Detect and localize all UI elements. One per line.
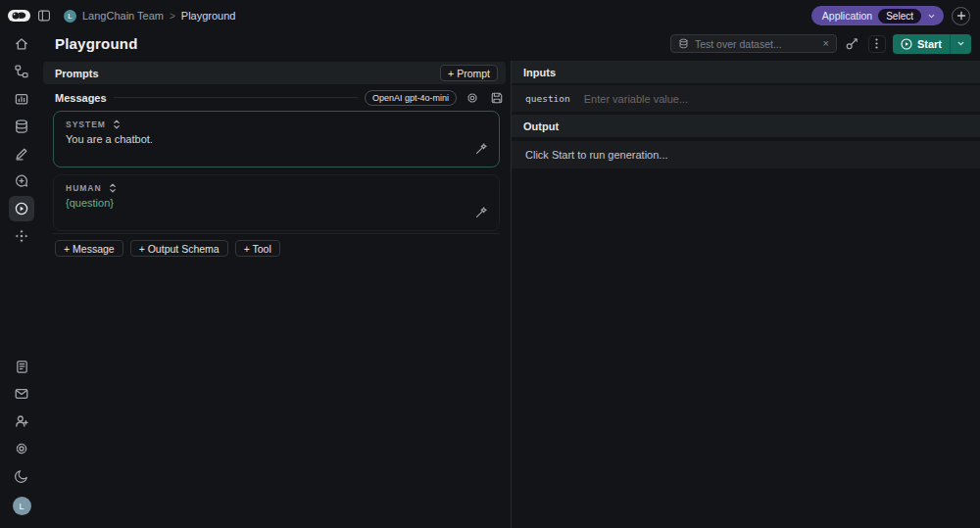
dataset-placeholder: Test over dataset... — [695, 38, 817, 50]
start-button[interactable]: Start — [893, 34, 971, 54]
breadcrumb-page[interactable]: Playground — [181, 10, 236, 22]
start-label: Start — [917, 38, 942, 50]
message-content[interactable]: {question} — [66, 197, 487, 209]
title-row: Playground Test over dataset... × Start — [43, 31, 980, 56]
sidebar-item-docs[interactable] — [9, 354, 34, 379]
sidebar-toggle-icon[interactable] — [37, 9, 51, 23]
prompts-title: Prompts — [55, 68, 99, 79]
divider — [114, 97, 358, 98]
message-role[interactable]: SYSTEM — [66, 120, 106, 129]
inputs-title: Inputs — [523, 67, 556, 78]
sidebar-item-prompts[interactable] — [9, 168, 34, 194]
mail-icon — [14, 386, 29, 402]
sidebar-item-playground[interactable] — [9, 196, 34, 221]
chevron-down-icon — [927, 12, 936, 21]
message-actions: + Message + Output Schema + Tool — [55, 240, 511, 257]
sidebar-item-mail[interactable] — [9, 381, 34, 407]
invite-user-icon — [14, 413, 29, 429]
docs-icon — [15, 360, 29, 374]
add-prompt-button[interactable]: + Prompt — [440, 65, 498, 81]
settings-icon — [14, 441, 29, 456]
sidebar-item-darkmode[interactable] — [9, 463, 34, 489]
messages-toolbar: Messages OpenAI gpt-4o-mini — [43, 84, 511, 108]
prompts-icon — [14, 173, 29, 189]
role-switch-icon[interactable] — [108, 182, 118, 194]
input-variable-row[interactable]: question Enter variable value... — [512, 85, 980, 113]
message-tools-button[interactable] — [471, 203, 491, 222]
message-card-human[interactable]: HUMAN {question} — [53, 174, 500, 231]
sidebar-item-annotation[interactable] — [9, 141, 34, 167]
application-value: Select — [878, 9, 921, 24]
message-card-system[interactable]: SYSTEM You are a chatbot. — [53, 111, 500, 168]
breadcrumb-team[interactable]: LangChain Team — [82, 10, 164, 22]
tracing-projects-icon — [14, 64, 29, 79]
application-selector[interactable]: Application Select — [811, 6, 944, 25]
dataset-select-input[interactable]: Test over dataset... × — [670, 34, 837, 53]
more-options-button[interactable] — [868, 35, 886, 53]
user-avatar[interactable]: L — [13, 497, 31, 515]
gear-icon — [466, 91, 479, 105]
monitoring-icon — [14, 91, 29, 107]
variable-value-input[interactable]: Enter variable value... — [584, 93, 688, 105]
sidebar-item-invite[interactable] — [9, 408, 34, 434]
output-header: Output — [512, 115, 980, 137]
message-tools-button[interactable] — [471, 139, 491, 159]
messages-title: Messages — [55, 92, 107, 104]
page-title: Playground — [55, 35, 138, 52]
sidebar-item-deployments[interactable] — [9, 223, 34, 249]
sidebar-item-tracing[interactable] — [9, 59, 34, 84]
sidebar-item-home[interactable] — [9, 31, 34, 57]
add-output-schema-button[interactable]: + Output Schema — [130, 240, 228, 257]
add-button[interactable] — [952, 7, 970, 25]
wrench-icon — [845, 36, 859, 51]
sidebar-item-settings[interactable] — [9, 436, 34, 461]
divider — [53, 233, 500, 234]
clear-dataset-icon[interactable]: × — [823, 38, 829, 49]
langsmith-logo[interactable] — [8, 10, 30, 22]
wand-icon — [474, 206, 488, 219]
datasets-icon — [14, 119, 29, 134]
dataset-icon — [678, 38, 689, 49]
output-placeholder: Click Start to run generation... — [512, 141, 980, 168]
breadcrumb: L LangChain Team > Playground — [64, 10, 235, 23]
wrench-settings-button[interactable] — [844, 35, 861, 53]
prompts-header: Prompts + Prompt — [43, 62, 506, 84]
start-options-caret[interactable] — [951, 39, 971, 48]
inputs-header: Inputs — [512, 61, 980, 83]
application-label: Application — [822, 10, 872, 22]
message-content[interactable]: You are a chatbot. — [66, 133, 487, 145]
variable-name: question — [525, 93, 570, 104]
dark-mode-icon — [14, 468, 29, 484]
run-panel: Inputs question Enter variable value... … — [512, 61, 980, 528]
kebab-icon — [875, 38, 878, 49]
message-role[interactable]: HUMAN — [66, 183, 102, 193]
annotation-icon — [14, 146, 29, 162]
sidebar-item-datasets[interactable] — [9, 114, 34, 139]
play-icon — [901, 38, 912, 50]
team-avatar: L — [64, 10, 76, 23]
model-settings-button[interactable] — [464, 89, 481, 107]
wand-icon — [474, 142, 488, 156]
save-button[interactable] — [488, 89, 506, 107]
save-icon — [490, 91, 504, 105]
home-icon — [14, 36, 29, 52]
playground-icon — [14, 201, 29, 216]
sidebar-item-monitoring[interactable] — [9, 86, 34, 112]
deployments-icon — [14, 228, 29, 244]
add-message-button[interactable]: + Message — [55, 240, 123, 257]
role-switch-icon[interactable] — [112, 119, 122, 130]
sidebar: L — [0, 31, 43, 528]
prompt-panel: Prompts + Prompt Messages OpenAI gpt-4o-… — [43, 61, 511, 528]
model-selector[interactable]: OpenAI gpt-4o-mini — [365, 90, 457, 106]
top-bar: L LangChain Team > Playground Applicatio… — [0, 0, 980, 31]
add-tool-button[interactable]: + Tool — [235, 240, 280, 257]
breadcrumb-separator: > — [170, 11, 175, 22]
output-title: Output — [523, 120, 559, 132]
